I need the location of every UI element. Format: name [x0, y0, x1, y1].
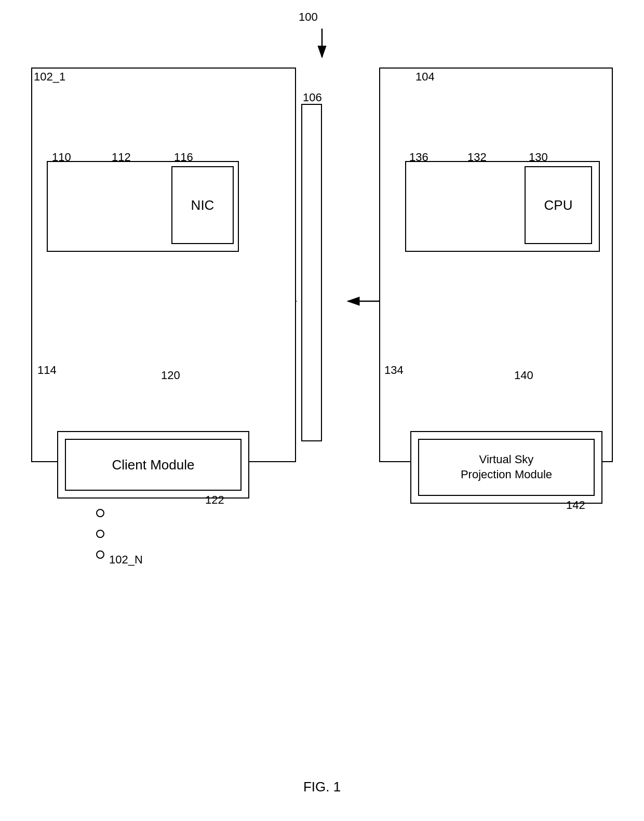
dot-2	[96, 530, 104, 538]
fig-label: FIG. 1	[270, 779, 374, 795]
ref-142: 142	[566, 499, 585, 512]
client-module-label: Client Module	[112, 457, 195, 473]
nic-left-box: NIC	[171, 166, 234, 244]
ref-106: 106	[303, 91, 322, 104]
network-bus-106	[301, 104, 322, 441]
dot-1	[96, 509, 104, 517]
ref-102-N: 102_N	[109, 553, 143, 567]
nic-left-label: NIC	[191, 197, 214, 213]
ref-104: 104	[415, 70, 435, 84]
client-module-box: Client Module	[65, 439, 242, 491]
vsp-module-box: Virtual SkyProjection Module	[418, 439, 595, 496]
vsp-module-label: Virtual SkyProjection Module	[461, 452, 552, 482]
cpu-right-label: CPU	[544, 197, 573, 213]
diagram: 100 102_1 104 106 110 CPU 112 I/O 116 NI…	[0, 0, 644, 821]
ref-122: 122	[205, 493, 224, 507]
dot-3	[96, 550, 104, 559]
cpu-right-box: CPU	[525, 166, 592, 244]
left-computer-box	[31, 68, 296, 462]
ref-134: 134	[384, 364, 404, 377]
ref-114: 114	[37, 364, 57, 377]
ref-120: 120	[161, 369, 180, 382]
ref-100: 100	[299, 10, 318, 24]
ref-102-1: 102_1	[34, 70, 65, 84]
ref-140: 140	[514, 369, 533, 382]
right-computer-box	[379, 68, 613, 462]
